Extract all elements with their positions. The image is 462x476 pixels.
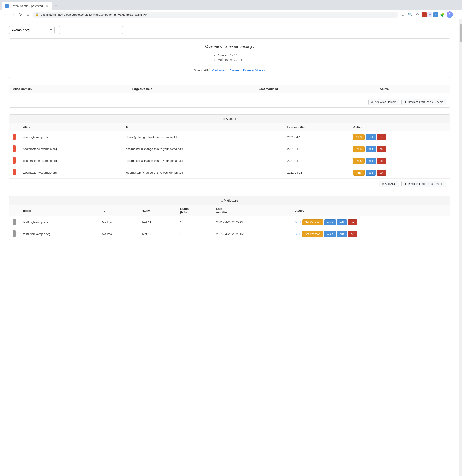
alias-color-indicator [9, 143, 19, 155]
alias-color-indicator [9, 167, 19, 178]
new-tab-button[interactable]: + [53, 3, 59, 9]
alias-edit-button[interactable]: edit [366, 146, 376, 152]
navigation-bar: ← → ↻ ⌂ 🔒 postfixadmin.david.palepurple.… [0, 10, 462, 19]
mailbox-alias-button[interactable]: Alias [324, 231, 336, 237]
alias-row: hostmaster@example.org hostmaster@change… [9, 143, 450, 155]
mailbox-yes-link[interactable]: YES [295, 221, 301, 224]
tab-close-button[interactable]: × [45, 4, 49, 8]
mailbox-quota-cell: 1 [176, 216, 213, 228]
back-button[interactable]: ← [2, 11, 8, 18]
mailbox-active-cell: YES Set Vacation Alias edit del [292, 216, 450, 228]
domain-select[interactable]: example.org [9, 26, 55, 34]
download-icon-alias: ⬇ [404, 182, 407, 186]
alias-icon-col [9, 123, 19, 131]
active-col-header: Active [376, 85, 450, 93]
alias-yes-button[interactable]: YES [353, 158, 365, 164]
tab-bar: Postfix Admin - postfixad × + [0, 0, 462, 10]
scrollbar-track[interactable] [459, 19, 462, 476]
tab-favicon [5, 4, 9, 8]
mailbox-quota-cell: 1 [176, 228, 213, 240]
mailbox-del-button[interactable]: del [348, 231, 357, 237]
scrollbar-thumb[interactable] [460, 24, 462, 42]
address-bar[interactable]: 🔒 postfixadmin.david.palepurple.co.uk/li… [33, 12, 398, 18]
alias-domain-table: Alias Domain Target Domain Last modified… [9, 85, 450, 108]
mailboxes-section-header: :: Mailboxes [9, 196, 450, 205]
mailbox-lastmod-col-header: Lastmodified [212, 205, 292, 216]
alias-lastmod-cell: 2021-04-13 [283, 143, 350, 155]
download-alias-domain-button[interactable]: ⬇ Download this list as CSV file [402, 99, 446, 105]
add-alias-button[interactable]: ⊕ Add Alias [378, 181, 399, 187]
target-domain-col-header: Target Domain [128, 85, 255, 93]
extension-2-icon[interactable]: ✳ [428, 12, 432, 17]
alias-email-cell: abuse@example.org [19, 131, 122, 143]
page-content: example.org Overview for example.org : A… [0, 19, 459, 476]
alias-del-button[interactable]: del [377, 158, 386, 164]
alias-status-indicator [13, 169, 16, 175]
browser-chrome: Postfix Admin - postfixad × + ← → ↻ ⌂ 🔒 … [0, 0, 462, 19]
url-text: postfixadmin.david.palepurple.co.uk/list… [41, 13, 395, 16]
domain-selector-row: example.org [9, 24, 450, 34]
mailbox-to-cell: Mailbox [98, 228, 138, 240]
mailbox-name-col-header: Name [138, 205, 176, 216]
show-mailboxes-link[interactable]: Mailboxes [211, 68, 226, 72]
alias-del-button[interactable]: del [377, 134, 386, 140]
mailbox-row: test12@example.org Mailbox Test 12 1 202… [9, 228, 450, 240]
alias-active-cell: YES edit del [350, 155, 450, 167]
mailboxes-table-inner: Email To Name Quota(MB) Lastmodified Act… [9, 205, 450, 240]
aliases-stat: Aliases: 4 / 10 [218, 53, 242, 57]
alias-status-indicator [13, 134, 16, 140]
alias-to-col-header: To [122, 123, 284, 131]
mailbox-edit-button[interactable]: edit [337, 231, 347, 237]
alias-color-indicator [9, 155, 19, 167]
mailbox-yes-link[interactable]: YES [295, 232, 301, 236]
show-filter-links: Show: All :: Mailboxes :: Aliases :: Dom… [15, 68, 445, 72]
alias-edit-button[interactable]: edit [366, 158, 376, 164]
alias-yes-button[interactable]: YES [353, 134, 365, 140]
mailbox-active-col-header: Active [292, 205, 450, 216]
mailboxes-stat: Mailboxes: 2 / 10 [218, 58, 242, 62]
alias-edit-button[interactable]: edit [366, 134, 376, 140]
alias-yes-button[interactable]: YES [353, 170, 365, 176]
mailbox-edit-button[interactable]: edit [337, 219, 347, 225]
mailbox-active-cell: YES Set Vacation Alias edit del [292, 228, 450, 240]
aliases-table: :: Aliases Alias To Last modified Active [9, 114, 450, 189]
mailbox-alias-button[interactable]: Alias [324, 219, 336, 225]
download-icon: ⬇ [404, 101, 407, 104]
alias-del-button[interactable]: del [377, 170, 386, 176]
alias-email-cell: hostmaster@example.org [19, 143, 122, 155]
browser-body: example.org Overview for example.org : A… [0, 19, 462, 476]
mailbox-vacation-button[interactable]: Set Vacation [302, 231, 323, 237]
profile-avatar[interactable]: A [446, 11, 453, 18]
account-button[interactable]: ⊕ [400, 11, 406, 18]
mailbox-status-indicator [13, 230, 16, 237]
extension-3-icon[interactable]: ▪ [433, 12, 438, 17]
home-button[interactable]: ⌂ [25, 11, 31, 18]
alias-domain-col-header: Alias Domain [9, 85, 128, 93]
alias-to-cell: postmaster@change-this-to-your.domain.tl… [122, 155, 284, 167]
forward-button[interactable]: → [9, 11, 16, 18]
mailbox-status-indicator [13, 219, 16, 225]
download-alias-button[interactable]: ⬇ Download this list as CSV file [402, 181, 446, 187]
search-input[interactable] [59, 26, 123, 34]
show-aliases-link[interactable]: Aliases [229, 68, 240, 72]
alias-del-button[interactable]: del [377, 146, 386, 152]
show-domain-aliases-link[interactable]: Domain Aliases [243, 68, 265, 72]
alias-yes-button[interactable]: YES [353, 146, 365, 152]
alias-lastmod-cell: 2021-04-13 [283, 131, 350, 143]
extensions-button[interactable]: 🧩 [439, 11, 446, 18]
mailboxes-table: :: Mailboxes Email To Name Quota(MB) Las… [9, 196, 450, 240]
browser-tab-active[interactable]: Postfix Admin - postfixad × [2, 2, 52, 10]
mailbox-del-button[interactable]: del [348, 219, 357, 225]
bookmark-button[interactable]: ☆ [414, 11, 420, 18]
alias-status-indicator [13, 145, 16, 152]
show-all-link[interactable]: All [204, 68, 208, 72]
refresh-button[interactable]: ↻ [17, 11, 24, 18]
search-button[interactable]: 🔍 [407, 11, 413, 18]
menu-button[interactable]: ⋮ [454, 11, 460, 18]
alias-edit-button[interactable]: edit [366, 170, 376, 176]
extension-1-icon[interactable]: 🛡 [421, 12, 427, 17]
add-alias-domain-button[interactable]: ⊕ Add Alias Domain [368, 99, 399, 105]
mailbox-color-indicator [9, 216, 19, 228]
mailbox-lastmod-cell: 2021-04-28 20:29:02 [212, 216, 292, 228]
mailbox-vacation-button[interactable]: Set Vacation [302, 219, 323, 225]
